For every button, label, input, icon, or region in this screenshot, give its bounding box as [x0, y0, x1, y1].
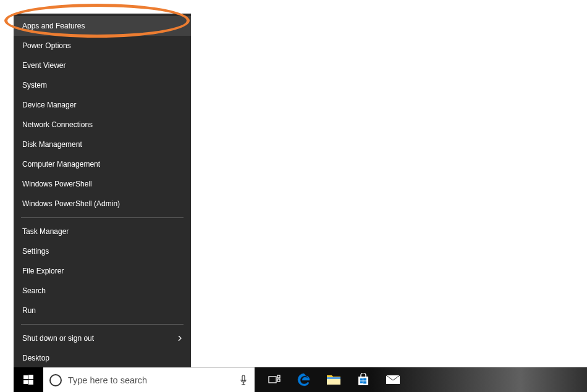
- menu-item-search[interactable]: Search: [14, 281, 191, 301]
- svg-rect-4: [242, 375, 245, 381]
- menu-item-label: Event Viewer: [22, 61, 65, 70]
- svg-rect-9: [277, 379, 280, 382]
- menu-item-label: Desktop: [22, 354, 49, 362]
- menu-item-power-options[interactable]: Power Options: [14, 36, 191, 56]
- taskbar: Type here to search: [14, 367, 587, 392]
- menu-item-label: Settings: [22, 247, 49, 256]
- menu-item-windows-powershell-admin[interactable]: Windows PowerShell (Admin): [14, 194, 191, 214]
- menu-item-desktop[interactable]: Desktop: [14, 348, 191, 368]
- search-placeholder: Type here to search: [68, 375, 232, 385]
- menu-item-label: Shut down or sign out: [22, 334, 94, 343]
- menu-divider: [21, 217, 184, 218]
- menu-item-label: Search: [22, 286, 46, 295]
- svg-rect-8: [277, 375, 280, 378]
- menu-item-system[interactable]: System: [14, 75, 191, 95]
- cortana-icon: [49, 374, 62, 386]
- svg-rect-14: [363, 378, 366, 381]
- menu-item-event-viewer[interactable]: Event Viewer: [14, 56, 191, 75]
- svg-rect-2: [23, 380, 28, 384]
- menu-item-settings[interactable]: Settings: [14, 241, 191, 261]
- start-button[interactable]: [14, 367, 43, 392]
- menu-item-label: Network Connections: [22, 120, 93, 129]
- menu-item-file-explorer[interactable]: File Explorer: [14, 261, 191, 281]
- taskbar-icons: [255, 367, 587, 392]
- menu-item-label: Device Manager: [22, 101, 76, 109]
- svg-rect-12: [358, 377, 368, 385]
- task-view-icon: [268, 375, 281, 385]
- svg-rect-13: [360, 378, 363, 381]
- search-box[interactable]: Type here to search: [43, 367, 255, 392]
- menu-item-label: Computer Management: [22, 160, 100, 169]
- svg-rect-7: [269, 377, 276, 383]
- menu-item-run[interactable]: Run: [14, 301, 191, 320]
- menu-item-label: Apps and Features: [22, 22, 85, 30]
- file-explorer-button[interactable]: [319, 367, 348, 392]
- svg-rect-0: [23, 375, 28, 379]
- winx-context-menu: Apps and FeaturesPower OptionsEvent View…: [14, 14, 191, 375]
- chevron-right-icon: [177, 336, 182, 341]
- svg-rect-16: [363, 382, 366, 384]
- menu-item-label: Run: [22, 306, 36, 315]
- menu-item-device-manager[interactable]: Device Manager: [14, 95, 191, 115]
- svg-rect-15: [360, 382, 363, 384]
- menu-item-computer-management[interactable]: Computer Management: [14, 154, 191, 174]
- menu-item-label: File Explorer: [22, 267, 64, 275]
- menu-item-task-manager[interactable]: Task Manager: [14, 222, 191, 241]
- menu-item-label: Disk Management: [22, 140, 82, 149]
- windows-logo-icon: [23, 375, 33, 385]
- svg-rect-3: [28, 380, 33, 385]
- edge-icon: [297, 372, 311, 387]
- menu-item-network-connections[interactable]: Network Connections: [14, 115, 191, 135]
- mail-button[interactable]: [378, 367, 408, 392]
- menu-divider: [21, 324, 184, 325]
- menu-item-disk-management[interactable]: Disk Management: [14, 135, 191, 154]
- svg-rect-11: [327, 377, 340, 379]
- menu-item-windows-powershell[interactable]: Windows PowerShell: [14, 174, 191, 194]
- edge-button[interactable]: [289, 367, 319, 392]
- menu-item-label: Windows PowerShell (Admin): [22, 199, 120, 208]
- task-view-button[interactable]: [260, 367, 289, 392]
- menu-item-label: Power Options: [22, 41, 71, 50]
- mail-icon: [386, 375, 400, 385]
- menu-item-label: System: [22, 81, 47, 90]
- svg-rect-1: [28, 375, 33, 379]
- file-explorer-icon: [326, 373, 341, 386]
- store-icon: [357, 373, 370, 386]
- mic-icon[interactable]: [239, 374, 248, 386]
- menu-item-apps-and-features[interactable]: Apps and Features: [14, 16, 191, 36]
- store-button[interactable]: [348, 367, 378, 392]
- menu-item-label: Windows PowerShell: [22, 180, 92, 188]
- menu-item-label: Task Manager: [22, 227, 69, 236]
- menu-item-shut-down-or-sign-out[interactable]: Shut down or sign out: [14, 328, 191, 348]
